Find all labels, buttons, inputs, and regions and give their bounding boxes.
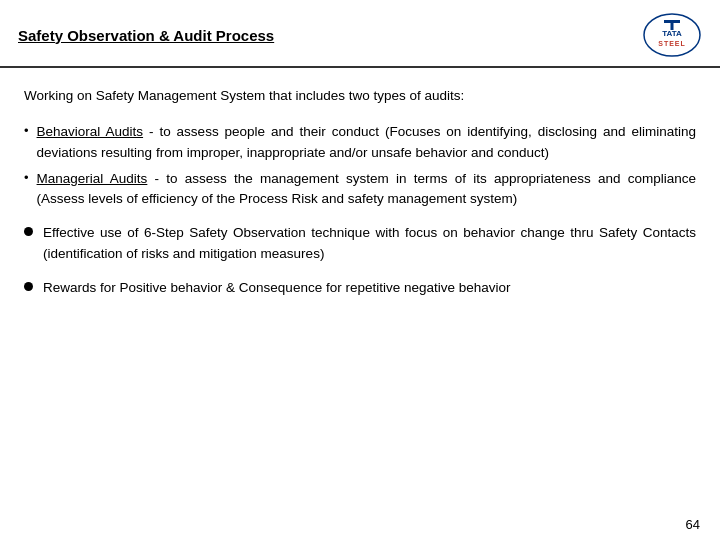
bullet-dot-2: •	[24, 170, 29, 185]
behavioral-audit-text: Behavioral Audits - to assess people and…	[37, 122, 696, 163]
page-number: 64	[686, 517, 700, 532]
bullet-dot-1: •	[24, 123, 29, 138]
svg-text:STEEL: STEEL	[658, 40, 686, 47]
content-area: Working on Safety Management System that…	[0, 68, 720, 322]
audit-types-section: • Behavioral Audits - to assess people a…	[24, 122, 696, 209]
managerial-audit-item: • Managerial Audits - to assess the mana…	[24, 169, 696, 210]
bullet2-section: Rewards for Positive behavior & Conseque…	[24, 278, 696, 298]
page: Safety Observation & Audit Process TATA …	[0, 0, 720, 540]
intro-text: Working on Safety Management System that…	[24, 86, 696, 106]
bullet1-section: Effective use of 6-Step Safety Observati…	[24, 223, 696, 264]
bullet1-text: Effective use of 6-Step Safety Observati…	[43, 223, 696, 264]
page-title: Safety Observation & Audit Process	[18, 27, 274, 44]
circle-bullet-1	[24, 227, 33, 236]
circle-bullet-2	[24, 282, 33, 291]
managerial-audit-text: Managerial Audits - to assess the manage…	[37, 169, 696, 210]
svg-text:TATA: TATA	[662, 29, 682, 38]
tata-steel-logo: TATA STEEL	[642, 12, 702, 58]
behavioral-audits-label: Behavioral Audits	[37, 124, 144, 139]
behavioral-audit-item: • Behavioral Audits - to assess people a…	[24, 122, 696, 163]
managerial-audits-label: Managerial Audits	[37, 171, 148, 186]
header: Safety Observation & Audit Process TATA …	[0, 0, 720, 68]
bullet2-text: Rewards for Positive behavior & Conseque…	[43, 278, 511, 298]
